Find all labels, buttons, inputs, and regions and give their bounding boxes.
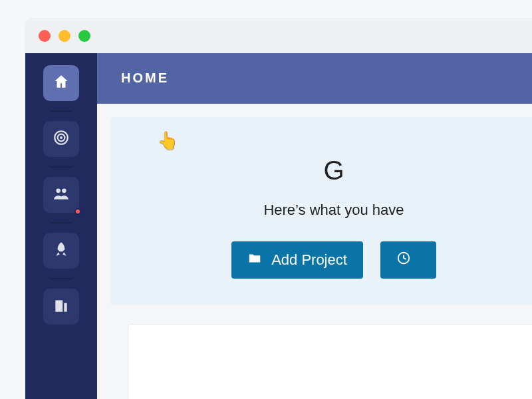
hero-actions: Add Project <box>137 241 531 279</box>
sidebar-item-goals[interactable] <box>43 121 79 157</box>
sidebar-divider <box>50 166 72 168</box>
clock-icon <box>396 251 411 269</box>
target-icon <box>53 129 70 149</box>
sidebar <box>25 53 97 399</box>
page-header: HOME <box>97 53 532 104</box>
add-project-label: Add Project <box>271 251 347 269</box>
sidebar-item-company[interactable] <box>43 289 79 325</box>
svg-point-4 <box>62 188 66 193</box>
svg-point-2 <box>60 136 63 139</box>
window-titlebar <box>25 19 532 53</box>
add-project-button[interactable]: Add Project <box>231 241 363 279</box>
cursor-pointer-icon: 👆 <box>157 130 178 151</box>
svg-point-3 <box>56 188 61 193</box>
team-icon <box>53 185 70 205</box>
folder-icon <box>247 251 262 269</box>
window-minimize-button[interactable] <box>59 30 70 42</box>
hero-subtitle: Here’s what you have <box>137 201 531 219</box>
main-content: HOME 👆 G Here’s what you have Add Projec… <box>97 53 532 399</box>
window-zoom-button[interactable] <box>78 30 90 42</box>
hero-title: G <box>137 156 531 186</box>
sidebar-item-home[interactable] <box>43 65 79 101</box>
home-icon <box>53 73 70 93</box>
building-icon <box>53 297 70 317</box>
sidebar-item-team[interactable] <box>43 177 79 213</box>
app-window: HOME 👆 G Here’s what you have Add Projec… <box>25 19 532 399</box>
page-title: HOME <box>121 70 169 86</box>
window-close-button[interactable] <box>39 30 51 42</box>
sidebar-divider <box>50 278 72 279</box>
content-card <box>128 324 532 399</box>
notification-badge <box>74 208 81 215</box>
hero-panel: 👆 G Here’s what you have Add Project <box>110 117 532 305</box>
sidebar-divider <box>50 110 72 112</box>
sidebar-item-launch[interactable] <box>43 233 79 269</box>
secondary-action-button[interactable] <box>380 241 436 279</box>
rocket-icon <box>53 241 70 261</box>
sidebar-divider <box>50 222 72 223</box>
